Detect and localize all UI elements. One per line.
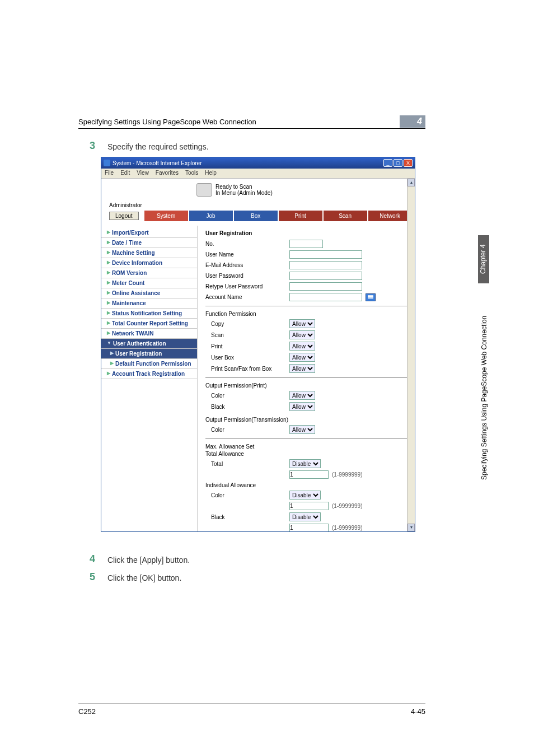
side-online[interactable]: ▶Online Assistance xyxy=(101,288,197,298)
tab-network[interactable]: Network xyxy=(368,211,412,221)
input-total[interactable] xyxy=(289,470,329,479)
lab-scan: Scan xyxy=(211,332,289,338)
sel-userbox[interactable]: Allow xyxy=(289,353,315,362)
sel-copy[interactable]: Allow xyxy=(289,319,315,328)
lab-color2: Color xyxy=(211,427,289,433)
lab-account: Account Name xyxy=(205,294,289,300)
step5-text: Click the [OK] button. xyxy=(107,573,181,582)
step4-num: 4 xyxy=(90,553,95,565)
tab-box[interactable]: Box xyxy=(234,211,278,221)
side-account[interactable]: ▶Account Track Registration xyxy=(101,369,197,379)
side-meter[interactable]: ▶Meter Count xyxy=(101,278,197,288)
window-body: Ready to Scan In Menu (Admin Mode) Admin… xyxy=(101,179,415,531)
scroll-down-icon[interactable]: ▾ xyxy=(407,524,415,531)
indallow-title: Individual Allowance xyxy=(205,480,407,489)
range-black3: (1-9999999) xyxy=(329,525,362,531)
side-machine[interactable]: ▶Machine Setting xyxy=(101,248,197,258)
range-color3: (1-9999999) xyxy=(329,503,362,509)
sel-total[interactable]: Disable xyxy=(289,459,321,468)
status-line2: In Menu (Admin Mode) xyxy=(216,190,273,196)
side-date[interactable]: ▶Date / Time xyxy=(101,238,197,248)
tab-system[interactable]: System xyxy=(144,211,188,221)
step3-text: Specify the required settings. xyxy=(107,142,209,151)
logout-button[interactable]: Logout xyxy=(109,212,139,220)
funcperm-title: Function Permission xyxy=(205,310,407,318)
account-list-icon[interactable] xyxy=(366,293,376,301)
side-rom[interactable]: ▶ROM Version xyxy=(101,268,197,278)
side-label: Chapter 4 Specifying Settings Using Page… xyxy=(478,235,489,515)
lab-username: User Name xyxy=(205,251,289,258)
window-buttons: _ □ X xyxy=(383,159,413,167)
tab-scan[interactable]: Scan xyxy=(324,211,367,221)
side-twain[interactable]: ▶Network TWAIN xyxy=(101,329,197,339)
form-heading: User Registration xyxy=(205,230,407,239)
lab-copy: Copy xyxy=(211,321,289,327)
admin-label: Administrator xyxy=(101,200,415,209)
scroll-up-icon[interactable]: ▴ xyxy=(407,179,415,186)
sel-psfb[interactable]: Allow xyxy=(289,364,315,373)
form-panel: User Registration No. User Name E-Mail A… xyxy=(198,226,415,531)
lab-total: Total xyxy=(211,461,289,467)
page-header: Specifying Settings Using PageScope Web … xyxy=(78,118,425,129)
lab-pw: User Password xyxy=(205,273,289,279)
sel-color2[interactable]: Allow xyxy=(289,425,315,434)
menu-bar: File Edit View Favorites Tools Help xyxy=(101,169,415,179)
sel-black1[interactable]: Allow xyxy=(289,402,315,411)
maxset-title: Max. Allowance Set xyxy=(205,442,407,451)
side-device[interactable]: ▶Device Information xyxy=(101,258,197,268)
maximize-button[interactable]: □ xyxy=(394,159,402,167)
input-repw[interactable] xyxy=(289,282,362,291)
menu-file[interactable]: File xyxy=(105,170,114,177)
side-userreg[interactable]: ▶User Registration xyxy=(101,349,197,359)
menu-edit[interactable]: Edit xyxy=(120,170,130,177)
header-title: Specifying Settings Using PageScope Web … xyxy=(78,118,425,126)
lab-black3: Black xyxy=(211,514,289,520)
lab-black1: Black xyxy=(211,404,289,410)
sel-scan[interactable]: Allow xyxy=(289,330,315,339)
sel-black3[interactable]: Disable xyxy=(289,512,321,521)
status-line1: Ready to Scan xyxy=(216,184,273,190)
input-account[interactable] xyxy=(289,293,362,301)
window-titlebar: System - Microsoft Internet Explorer _ □… xyxy=(101,157,415,169)
header-badge: 4 xyxy=(400,115,425,128)
sel-print[interactable]: Allow xyxy=(289,342,315,351)
side-import[interactable]: ▶Import/Export xyxy=(101,228,197,238)
step5-num: 5 xyxy=(90,571,95,583)
tab-print[interactable]: Print xyxy=(279,211,322,221)
input-black3[interactable] xyxy=(289,524,329,531)
input-username[interactable] xyxy=(289,250,362,259)
input-no[interactable] xyxy=(289,240,323,248)
side-deffunc[interactable]: ▶Default Function Permission xyxy=(101,359,197,369)
totallow-title: Total Allowance xyxy=(205,451,407,458)
side-maint[interactable]: ▶Maintenance xyxy=(101,298,197,309)
status-row: Ready to Scan In Menu (Admin Mode) xyxy=(101,179,415,200)
menu-view[interactable]: View xyxy=(137,170,149,177)
side-userauth[interactable]: ▼User Authentication xyxy=(101,339,197,349)
menu-favorites[interactable]: Favorites xyxy=(156,170,179,177)
screenshot-window: System - Microsoft Internet Explorer _ □… xyxy=(101,157,415,532)
lab-color1: Color xyxy=(211,393,289,399)
tab-job[interactable]: Job xyxy=(189,211,233,221)
side-counter[interactable]: ▶Total Counter Report Setting xyxy=(101,319,197,329)
close-button[interactable]: X xyxy=(404,159,413,167)
menu-tools[interactable]: Tools xyxy=(185,170,198,177)
sel-color1[interactable]: Allow xyxy=(289,391,315,400)
outtx-title: Output Permission(Transmission) xyxy=(205,412,407,424)
printer-icon xyxy=(196,183,212,197)
minimize-button[interactable]: _ xyxy=(383,159,392,167)
range-total: (1-9999999) xyxy=(329,472,362,478)
scrollbar[interactable]: ▴ ▾ xyxy=(407,179,415,531)
step4-text: Click the [Apply] button. xyxy=(107,556,190,564)
side-status[interactable]: ▶Status Notification Setting xyxy=(101,309,197,319)
sidebar: ▶Import/Export ▶Date / Time ▶Machine Set… xyxy=(101,226,198,531)
lab-userbox: User Box xyxy=(211,354,289,361)
sel-color3[interactable]: Disable xyxy=(289,491,321,500)
footer-left: C252 xyxy=(78,707,96,716)
input-color3[interactable] xyxy=(289,502,329,510)
menu-help[interactable]: Help xyxy=(205,170,217,177)
input-pw[interactable] xyxy=(289,272,362,280)
lab-print: Print xyxy=(211,343,289,349)
page: Specifying Settings Using PageScope Web … xyxy=(0,0,534,756)
input-email[interactable] xyxy=(289,261,362,269)
lab-no: No. xyxy=(205,241,289,247)
